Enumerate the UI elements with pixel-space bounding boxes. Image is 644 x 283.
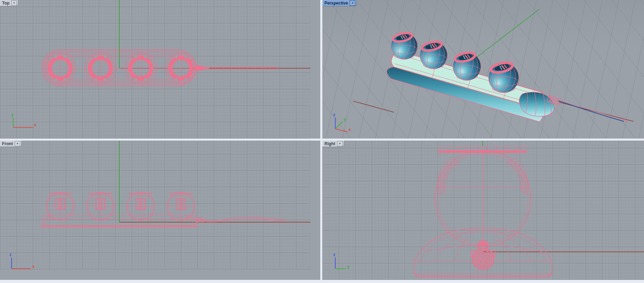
viewport-menu-arrow-icon[interactable]: ▼ [337,141,343,146]
viewport-tab-right[interactable]: Right ▼ [322,141,344,147]
viewport-perspective[interactable]: z y x Perspective ▼ [322,0,644,139]
rhino-four-viewport-workspace: y x Top ▼ [0,0,644,283]
viewport-tab-label: Perspective [324,1,348,6]
axis-gizmo-right [335,257,346,269]
viewport-menu-arrow-icon[interactable]: ▼ [350,0,355,6]
viewport-tab-label: Right [324,141,335,146]
right-view-wireframe [322,141,644,280]
axis-label-z: z [333,113,335,116]
axis-gizmo-top [13,118,33,127]
viewport-tab-label: Top [2,1,9,6]
top-view-wireframe [0,0,320,139]
viewport-tab-label: Front [2,141,13,146]
viewport-right[interactable]: z y Right ▼ [322,141,644,280]
axis-gizmo-front [12,257,31,269]
viewport-tab-top[interactable]: Top ▼ [0,0,18,6]
axis-label-y: y [347,265,350,269]
axis-label-x: x [32,265,35,268]
axis-label-x: x [34,123,36,127]
perspective-view-shaded-model [322,0,644,139]
viewport-menu-arrow-icon[interactable]: ▼ [15,141,20,146]
viewport-tab-perspective[interactable]: Perspective ▼ [322,0,356,6]
axis-label-z: z [9,253,12,256]
axis-label-z: z [333,253,335,256]
viewport-top[interactable]: y x Top ▼ [0,0,320,139]
axis-label-x: x [349,128,351,132]
front-view-wireframe [0,141,320,280]
axis-label-y: y [344,118,346,121]
viewport-front[interactable]: z x Front ▼ [0,141,320,280]
viewport-menu-arrow-icon[interactable]: ▼ [11,0,17,6]
axis-label-y: y [11,113,14,116]
viewport-tab-front[interactable]: Front ▼ [0,141,21,147]
